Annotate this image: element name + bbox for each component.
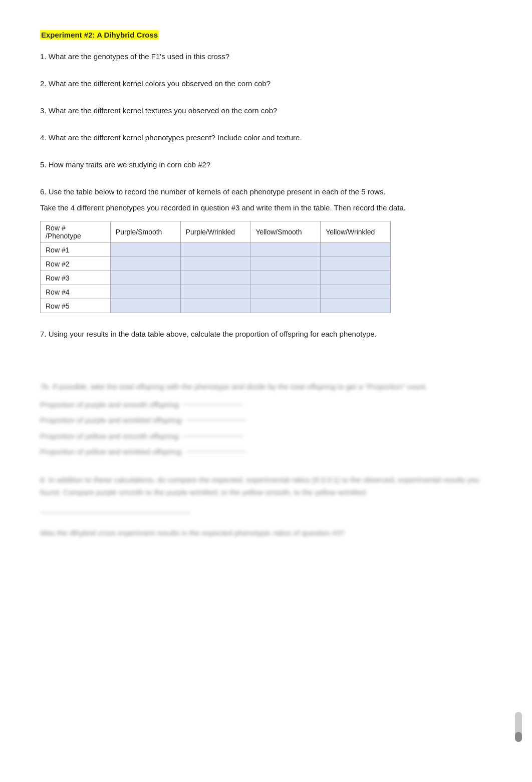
table-row: Row #5 <box>41 299 391 313</box>
row2-yellow-smooth[interactable] <box>250 257 321 271</box>
table-row: Row #2 <box>41 257 391 271</box>
experiment-title: Experiment #2: A Dihybrid Cross <box>40 30 159 40</box>
row5-purple-wrinkled[interactable] <box>180 299 250 313</box>
table-row: Row #3 <box>41 271 391 285</box>
row1-purple-wrinkled[interactable] <box>180 243 250 257</box>
q6-intro1: 6. Use the table below to record the num… <box>40 186 492 198</box>
q5-text: How many traits are we studying in corn … <box>49 160 211 169</box>
q8-text: 8. In addition to these calculations, do… <box>40 473 492 499</box>
row3-yellow-wrinkled[interactable] <box>321 271 391 285</box>
proportion-purple-wrinkled-label: Proportion of purple and wrinkled offspr… <box>40 414 183 427</box>
q1-text: What are the genotypes of the F1's used … <box>49 52 229 61</box>
q8-answer-line <box>40 512 190 513</box>
data-table: Row #/Phenotype Purple/Smooth Purple/Wri… <box>40 221 391 313</box>
proportion-purple-smooth-label: Proportion of purple and smooth offsprin… <box>40 398 180 411</box>
proportion-purple-smooth-underline <box>183 404 243 405</box>
question-4: 4. What are the different kernel phenoty… <box>40 132 492 144</box>
row1-label: Row #1 <box>41 243 111 257</box>
row3-label: Row #3 <box>41 271 111 285</box>
q2-number: 2 <box>40 79 44 88</box>
row2-purple-smooth[interactable] <box>110 257 180 271</box>
q2-text: What are the different kernel colors you… <box>49 79 271 88</box>
q6-intro2: Take the 4 different phenotypes you reco… <box>40 202 492 214</box>
proportion-purple-wrinkled: Proportion of purple and wrinkled offspr… <box>40 414 492 427</box>
proportion-purple-wrinkled-underline <box>186 420 246 420</box>
row4-yellow-smooth[interactable] <box>250 285 321 299</box>
proportion-lines: Proportion of purple and smooth offsprin… <box>40 398 492 458</box>
question-3: 3. What are the different kernel texture… <box>40 105 492 117</box>
proportion-yellow-wrinkled-label: Proportion of yellow and wrinkled offspr… <box>40 445 183 458</box>
scroll-thumb <box>515 732 522 742</box>
row3-purple-smooth[interactable] <box>110 271 180 285</box>
blurred-q8: 8. In addition to these calculations, do… <box>40 473 492 517</box>
q4-text: What are the different kernel phenotypes… <box>49 133 302 142</box>
table-row: Row #4 <box>41 285 391 299</box>
proportion-yellow-smooth-underline <box>183 436 243 436</box>
row2-yellow-wrinkled[interactable] <box>321 257 391 271</box>
blurred-section: 7b. If possible, take the total offsprin… <box>40 380 492 458</box>
row2-label: Row #2 <box>41 257 111 271</box>
row1-purple-smooth[interactable] <box>110 243 180 257</box>
row5-purple-smooth[interactable] <box>110 299 180 313</box>
row4-yellow-wrinkled[interactable] <box>321 285 391 299</box>
question-7: 7. Using your results in the data table … <box>40 328 492 340</box>
question-5: 5. How many traits are we studying in co… <box>40 159 492 171</box>
row5-yellow-wrinkled[interactable] <box>321 299 391 313</box>
question-1: 1. What are the genotypes of the F1's us… <box>40 51 492 63</box>
scroll-indicator[interactable] <box>515 712 522 742</box>
proportion-yellow-wrinkled-underline <box>186 451 246 452</box>
proportion-purple-smooth: Proportion of purple and smooth offsprin… <box>40 398 492 411</box>
row3-yellow-smooth[interactable] <box>250 271 321 285</box>
row4-purple-smooth[interactable] <box>110 285 180 299</box>
q5-number: 5 <box>40 160 44 169</box>
table-row: Row #1 <box>41 243 391 257</box>
row1-yellow-wrinkled[interactable] <box>321 243 391 257</box>
proportion-yellow-smooth: Proportion of yellow and smooth offsprin… <box>40 430 492 443</box>
col-header-yellow-smooth: Yellow/Smooth <box>250 221 321 243</box>
row5-label: Row #5 <box>41 299 111 313</box>
q3-number: 3 <box>40 106 44 115</box>
col-header-purple-wrinkled: Purple/Wrinkled <box>180 221 250 243</box>
blurred-q9: Was the dihybrid cross experiment result… <box>40 527 492 540</box>
q4-number: 4 <box>40 133 44 142</box>
proportion-yellow-smooth-label: Proportion of yellow and smooth offsprin… <box>40 430 180 443</box>
col-header-purple-smooth: Purple/Smooth <box>110 221 180 243</box>
row4-label: Row #4 <box>41 285 111 299</box>
row3-purple-wrinkled[interactable] <box>180 271 250 285</box>
blurred-intro: 7b. If possible, take the total offsprin… <box>40 380 492 393</box>
row1-yellow-smooth[interactable] <box>250 243 321 257</box>
q3-text: What are the different kernel textures y… <box>49 106 278 115</box>
col-header-yellow-wrinkled: Yellow/Wrinkled <box>321 221 391 243</box>
row5-yellow-smooth[interactable] <box>250 299 321 313</box>
q1-number: 1 <box>40 52 44 61</box>
question-2: 2. What are the different kernel colors … <box>40 78 492 90</box>
row2-purple-wrinkled[interactable] <box>180 257 250 271</box>
q9-text: Was the dihybrid cross experiment result… <box>40 527 492 540</box>
col-header-row: Row #/Phenotype <box>41 221 111 243</box>
row4-purple-wrinkled[interactable] <box>180 285 250 299</box>
proportion-yellow-wrinkled: Proportion of yellow and wrinkled offspr… <box>40 445 492 458</box>
